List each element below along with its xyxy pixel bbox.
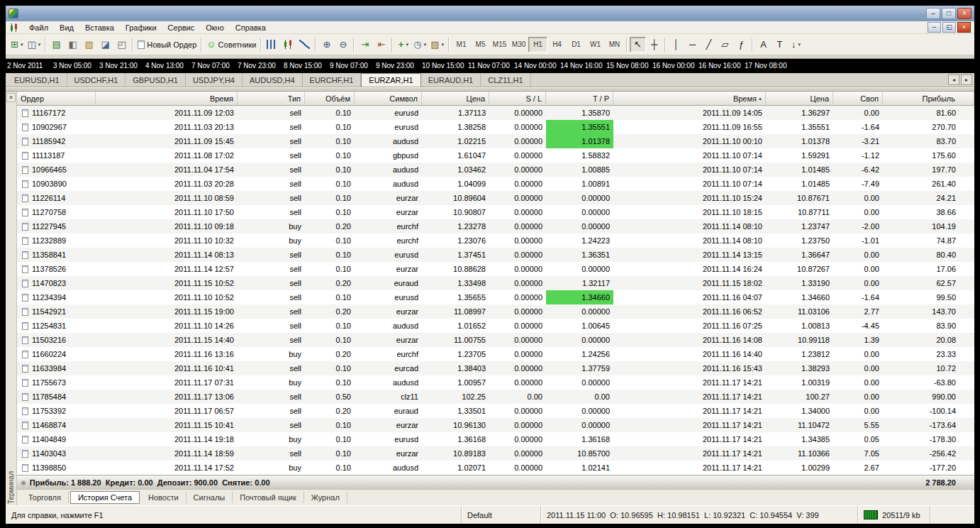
chart-restore-button[interactable]: ◱ — [942, 22, 956, 33]
zoom-out-button[interactable]: ⊖ — [335, 37, 351, 53]
timeframe-m30-button[interactable]: M30 — [509, 37, 528, 53]
tabs-scroll-left-button[interactable]: ◂ — [948, 75, 959, 85]
tabs-scroll-right-button[interactable]: ▸ — [961, 75, 972, 85]
menu-item-0[interactable]: Файл — [23, 23, 54, 33]
history-row[interactable]: 113588412011.11.14 08:13sell0.10eurusd1.… — [17, 248, 974, 262]
terminal-tab-4[interactable]: Почтовый ящик — [233, 492, 304, 503]
history-row[interactable]: 114708232011.11.15 10:52sell0.20euraud1.… — [17, 276, 974, 290]
history-row[interactable]: 112707582011.11.10 17:50sell0.10eurzar10… — [17, 205, 974, 219]
chart-tab-eurchf-h1[interactable]: EURCHF,H1 — [303, 73, 362, 87]
history-row[interactable]: 114048492011.11.14 19:18buy0.10eurusd1.3… — [17, 432, 974, 446]
history-row[interactable]: 114688742011.11.15 10:41sell0.10eurzar10… — [17, 418, 974, 432]
history-row[interactable]: 111131872011.11.08 17:02sell0.10gbpusd1.… — [17, 148, 974, 163]
menu-item-4[interactable]: Сервис — [162, 23, 201, 33]
terminal-tab-1[interactable]: История Счета — [70, 491, 140, 504]
history-row[interactable]: 117854842011.11.17 13:06sell0.50clz11102… — [17, 390, 974, 404]
terminal-button[interactable]: ◪ — [97, 37, 113, 53]
chart-tab-eurusd-h1[interactable]: EURUSD,H1 — [7, 73, 67, 87]
column-header-6[interactable]: S / L — [489, 92, 546, 105]
experts-button[interactable]: ☺Советники — [204, 37, 258, 53]
line-chart-button[interactable] — [296, 37, 313, 53]
timeframe-m1-button[interactable]: M1 — [452, 37, 471, 53]
arrows-button[interactable]: ↓▾ — [788, 37, 804, 53]
history-row[interactable]: 117533922011.11.17 06:57sell0.20euraud1.… — [17, 404, 974, 418]
history-row[interactable]: 112548312011.11.10 14:26sell0.10audusd1.… — [17, 319, 974, 333]
column-header-7[interactable]: T / P — [546, 92, 613, 105]
terminal-tab-3[interactable]: Сигналы — [186, 492, 233, 503]
terminal-tab-0[interactable]: Торговля — [21, 492, 69, 503]
column-header-9[interactable]: Цена — [766, 92, 833, 105]
history-row[interactable]: 117556732011.11.17 07:31buy0.10audusd1.0… — [17, 375, 974, 390]
chart-tab-euraud-h1[interactable]: EURAUD,H1 — [421, 73, 481, 87]
timeframe-m5-button[interactable]: M5 — [471, 37, 490, 53]
column-header-8[interactable]: Время▴ — [613, 92, 766, 105]
history-row[interactable]: 113785262011.11.14 12:57sell0.10eurzar10… — [17, 262, 974, 276]
column-header-0[interactable]: Ордер — [17, 92, 96, 105]
chart-tab-usdjpy-h4[interactable]: USDJPY,H4 — [186, 73, 243, 87]
menu-item-2[interactable]: Вставка — [79, 23, 120, 33]
navigator-button[interactable]: ▧ — [81, 37, 97, 53]
history-row[interactable]: 116339842011.11.16 10:41sell0.10eurcad1.… — [17, 361, 974, 375]
menu-item-6[interactable]: Справка — [230, 23, 272, 33]
column-header-10[interactable]: Своп — [833, 92, 883, 105]
equidistant-channel-button[interactable]: ▱ — [717, 37, 733, 53]
status-profile[interactable]: Default — [462, 506, 541, 524]
timeframe-h1-button[interactable]: H1 — [528, 37, 547, 53]
chart-shift-button[interactable]: ⇤ — [373, 37, 389, 53]
history-row[interactable]: 115032162011.11.15 14:40sell0.10eurzar11… — [17, 333, 974, 347]
chart-tab-clz11-h1[interactable]: CLZ11,H1 — [481, 73, 530, 87]
profiles-button[interactable]: ◫▾ — [25, 37, 43, 53]
vertical-line-button[interactable]: │ — [668, 37, 684, 53]
chart-tab-gbpusd-h1[interactable]: GBPUSD,H1 — [126, 73, 186, 87]
periods-button[interactable]: ◷▾ — [411, 37, 428, 53]
column-header-2[interactable]: Тип — [238, 92, 305, 105]
menu-item-1[interactable]: Вид — [54, 23, 79, 33]
strategy-tester-button[interactable]: ◰ — [113, 37, 130, 53]
history-row[interactable]: 115429212011.11.15 19:00sell0.20eurzar11… — [17, 304, 974, 319]
history-row[interactable]: 111671722011.11.09 12:03sell0.10eurusd1.… — [17, 106, 974, 120]
market-watch-button[interactable]: ▤ — [48, 37, 65, 53]
bar-chart-button[interactable] — [264, 37, 280, 53]
templates-button[interactable]: ▨▾ — [428, 37, 446, 53]
cursor-button[interactable]: ↖ — [630, 37, 646, 53]
trendline-button[interactable]: ╱ — [701, 37, 717, 53]
history-row[interactable]: 109029672011.11.03 20:13sell0.10eurusd1.… — [17, 120, 974, 134]
history-row[interactable]: 114030432011.11.14 18:59sell0.10eurzar10… — [17, 446, 974, 461]
terminal-tab-5[interactable]: Журнал — [304, 492, 347, 503]
indicators-button[interactable]: +▾ — [395, 37, 411, 53]
timeframe-d1-button[interactable]: D1 — [567, 37, 586, 53]
column-header-4[interactable]: Символ — [355, 92, 422, 105]
zoom-in-button[interactable]: ⊕ — [318, 37, 335, 53]
candlestick-chart-button[interactable] — [280, 37, 296, 53]
history-row[interactable]: 116602242011.11.16 13:16buy0.20eurchf1.2… — [17, 347, 974, 361]
column-header-11[interactable]: Прибыль — [883, 92, 974, 105]
chart-tab-usdchf-h1[interactable]: USDCHF,H1 — [67, 73, 126, 87]
minimize-button[interactable]: – — [926, 8, 940, 19]
column-header-3[interactable]: Объём — [305, 92, 355, 105]
text-label-button[interactable]: T — [772, 37, 788, 53]
chart-close-button[interactable]: × — [957, 22, 971, 33]
menu-item-3[interactable]: Графики — [120, 23, 162, 33]
chart-minimize-button[interactable]: – — [928, 22, 941, 33]
history-row[interactable]: 111859422011.11.09 15:45sell0.10audusd1.… — [17, 134, 974, 148]
maximize-button[interactable]: □ — [942, 8, 956, 19]
history-row[interactable]: 112279452011.11.10 09:18buy0.20eurchf1.2… — [17, 219, 974, 233]
close-button[interactable]: × — [957, 8, 971, 19]
history-row[interactable]: 112343942011.11.10 10:52sell0.10eurusd1.… — [17, 290, 974, 304]
chart-tab-eurzar-h1[interactable]: EURZAR,H1 — [361, 73, 421, 87]
history-row[interactable]: 113988502011.11.14 17:52buy0.10audusd1.0… — [17, 461, 974, 475]
menu-item-5[interactable]: Окно — [200, 23, 230, 33]
terminal-tab-2[interactable]: Новости — [141, 492, 186, 503]
history-row[interactable]: 112261142011.11.10 08:59sell0.10eurzar10… — [17, 191, 974, 205]
data-window-button[interactable]: ◧ — [65, 37, 81, 53]
history-row[interactable]: 112328892011.11.10 10:32buy0.10eurchf1.2… — [17, 233, 974, 248]
timeframe-m15-button[interactable]: M15 — [490, 37, 509, 53]
horizontal-line-button[interactable]: ─ — [684, 37, 701, 53]
crosshair-button[interactable]: ┼ — [646, 37, 662, 53]
history-row[interactable]: 109038902011.11.03 20:28sell0.10audusd1.… — [17, 177, 974, 191]
text-button[interactable]: A — [755, 37, 772, 53]
column-header-5[interactable]: Цена — [422, 92, 489, 105]
auto-scroll-button[interactable]: ⇥ — [357, 37, 373, 53]
fibonacci-button[interactable]: ƒ — [733, 37, 750, 53]
terminal-close-button[interactable]: × — [6, 93, 16, 102]
